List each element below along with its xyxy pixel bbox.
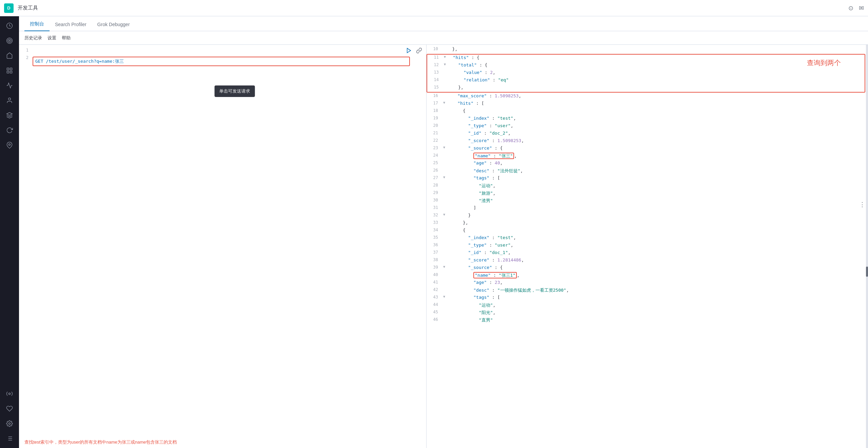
tab-grok-debugger[interactable]: Grok Debugger bbox=[92, 18, 135, 31]
sidebar bbox=[0, 16, 19, 448]
sidebar-item-target[interactable] bbox=[3, 34, 16, 47]
svg-point-3 bbox=[9, 40, 10, 41]
tab-bar: 控制台 Search Profiler Grok Debugger bbox=[19, 16, 868, 31]
json-line-35: 35 "_index" : "test", bbox=[427, 235, 868, 242]
sidebar-item-clock[interactable] bbox=[3, 19, 16, 33]
right-panel: 查询到两个 ⋮ 10 }, 11 bbox=[427, 45, 868, 448]
query-text[interactable]: GET /test/user/_search?q=name:张三 bbox=[35, 58, 124, 64]
json-line-16: 16 "max_score" : 1.5098253, bbox=[427, 93, 868, 100]
svg-rect-5 bbox=[10, 68, 12, 70]
json-line-46: 46 "直男" bbox=[427, 317, 868, 324]
json-line-10: 10 }, bbox=[427, 46, 868, 54]
json-line-23: 23 ▼ "_source" : { bbox=[427, 145, 868, 153]
code-line-2: 2 GET /test/user/_search?q=name:张三 bbox=[19, 55, 426, 68]
sidebar-item-person[interactable] bbox=[3, 94, 16, 107]
json-line-43: 43 ▼ "tags" : [ bbox=[427, 294, 868, 302]
json-line-19: 19 "_index" : "test", bbox=[427, 115, 868, 123]
json-line-41: 41 "age" : 23, bbox=[427, 279, 868, 287]
app-title: 开发工具 bbox=[18, 5, 38, 11]
json-line-14: 14 "relation" : "eq" bbox=[427, 77, 865, 84]
svg-rect-4 bbox=[7, 68, 9, 70]
tooltip: 单击可发送请求 bbox=[214, 85, 255, 97]
tab-search-profiler[interactable]: Search Profiler bbox=[50, 18, 92, 31]
query-actions bbox=[404, 47, 423, 56]
json-line-24: 24 "name" : "张三", bbox=[427, 153, 868, 160]
json-line-45: 45 "阳光", bbox=[427, 309, 868, 317]
json-line-30: 30 "渣男" bbox=[427, 197, 868, 205]
json-line-31: 31 ] bbox=[427, 205, 868, 212]
json-line-15: 15 }, bbox=[427, 84, 865, 92]
json-line-32: 32 ▼ } bbox=[427, 212, 868, 220]
sidebar-item-refresh[interactable] bbox=[3, 123, 16, 137]
sidebar-item-tools[interactable] bbox=[3, 387, 16, 401]
header-actions: ⊙ ✉ bbox=[848, 4, 864, 12]
sidebar-item-settings[interactable] bbox=[3, 417, 16, 430]
json-line-37: 37 "_id" : "doc_1", bbox=[427, 250, 868, 257]
json-line-21: 21 "_id" : "doc_2", bbox=[427, 130, 868, 138]
settings-header-icon[interactable]: ⊙ bbox=[848, 4, 853, 12]
json-viewer: 10 }, 11 ▼ "hits" : { bbox=[427, 45, 868, 326]
top-header: D 开发工具 ⊙ ✉ bbox=[0, 0, 868, 16]
toolbar-settings[interactable]: 设置 bbox=[48, 35, 56, 41]
svg-point-2 bbox=[8, 39, 11, 42]
json-line-44: 44 "运动", bbox=[427, 302, 868, 309]
run-query-button[interactable] bbox=[404, 47, 413, 56]
code-line-1: 1 bbox=[19, 47, 426, 55]
tab-console[interactable]: 控制台 bbox=[24, 18, 50, 31]
json-line-25: 25 "age" : 40, bbox=[427, 160, 868, 168]
json-line-33: 33 }, bbox=[427, 220, 868, 227]
json-line-11: 11 ▼ "hits" : { bbox=[427, 55, 865, 62]
json-line-28: 28 "运动", bbox=[427, 182, 868, 190]
left-panel: 单击可发送请求 1 2 GET /test/user/_search?q=nam… bbox=[19, 45, 427, 448]
toolbar-help[interactable]: 帮助 bbox=[62, 35, 71, 41]
toolbar-history[interactable]: 历史记录 bbox=[24, 35, 42, 41]
query-input-box[interactable]: GET /test/user/_search?q=name:张三 bbox=[33, 57, 410, 66]
json-line-29: 29 "旅游", bbox=[427, 190, 868, 197]
mail-icon[interactable]: ✉ bbox=[859, 4, 864, 12]
scrollbar[interactable] bbox=[866, 45, 868, 448]
json-line-18: 18 { bbox=[427, 108, 868, 115]
toolbar: 历史记录 设置 帮助 bbox=[19, 31, 868, 45]
json-line-27: 27 ▼ "tags" : [ bbox=[427, 175, 868, 182]
logo: D bbox=[4, 3, 14, 13]
svg-rect-7 bbox=[10, 71, 12, 73]
sidebar-item-layers[interactable] bbox=[3, 109, 16, 122]
svg-point-8 bbox=[8, 98, 11, 100]
json-line-17: 17 ▼ "hits" : [ bbox=[427, 100, 868, 108]
json-line-22: 22 "_score" : 1.5098253, bbox=[427, 138, 868, 145]
scrollbar-thumb[interactable] bbox=[866, 267, 868, 277]
code-editor[interactable]: 1 2 GET /test/user/_search?q=name:张三 bbox=[19, 45, 426, 436]
json-line-26: 26 "desc" : "法外狂徒", bbox=[427, 168, 868, 175]
description-text: 查找test索引中，类型为user的所有文档中name为张三或name包含张三的… bbox=[19, 436, 426, 448]
svg-marker-19 bbox=[407, 48, 411, 53]
json-line-39: 39 ▼ "_source" : { bbox=[427, 265, 868, 272]
sidebar-item-home[interactable] bbox=[3, 49, 16, 62]
svg-point-11 bbox=[9, 393, 11, 395]
sidebar-item-heart[interactable] bbox=[3, 402, 16, 415]
svg-rect-6 bbox=[7, 71, 9, 73]
json-line-42: 42 "desc" : "一顿操作猛如虎，一看工资2500", bbox=[427, 287, 868, 294]
svg-point-12 bbox=[9, 423, 11, 425]
copy-query-button[interactable] bbox=[415, 47, 423, 56]
json-line-12: 12 ▼ "total" : { bbox=[427, 62, 865, 70]
sidebar-item-list[interactable] bbox=[3, 432, 16, 445]
svg-point-1 bbox=[7, 38, 13, 44]
svg-marker-9 bbox=[7, 113, 13, 115]
json-line-36: 36 "_type" : "user", bbox=[427, 242, 868, 250]
svg-point-10 bbox=[9, 144, 11, 145]
json-line-34: 34 { bbox=[427, 227, 868, 235]
json-line-38: 38 "_score" : 1.2814486, bbox=[427, 257, 868, 265]
json-line-20: 20 "_type" : "user", bbox=[427, 123, 868, 130]
json-line-40: 40 "name" : "张三1", bbox=[427, 272, 868, 279]
sidebar-item-chart[interactable] bbox=[3, 79, 16, 92]
json-line-13: 13 "value" : 2, bbox=[427, 70, 865, 77]
sidebar-item-grid[interactable] bbox=[3, 64, 16, 77]
sidebar-item-pin[interactable] bbox=[3, 138, 16, 152]
